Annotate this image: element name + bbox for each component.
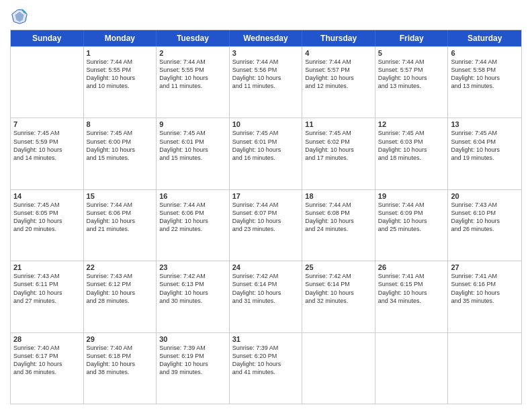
cell-info: Sunrise: 7:42 AM Sunset: 6:14 PM Dayligh…: [232, 272, 300, 305]
day-cell-19: 19Sunrise: 7:44 AM Sunset: 6:09 PM Dayli…: [375, 190, 449, 261]
day-number: 29: [87, 335, 154, 343]
day-number: 24: [232, 263, 300, 271]
day-cell-29: 29Sunrise: 7:40 AM Sunset: 6:18 PM Dayli…: [84, 333, 157, 404]
cell-info: Sunrise: 7:45 AM Sunset: 6:00 PM Dayligh…: [87, 129, 154, 162]
header-day-tuesday: Tuesday: [157, 30, 230, 46]
day-number: 7: [13, 120, 81, 128]
day-cell-28: 28Sunrise: 7:40 AM Sunset: 6:17 PM Dayli…: [11, 333, 84, 404]
day-cell-4: 4Sunrise: 7:44 AM Sunset: 5:57 PM Daylig…: [302, 47, 375, 118]
day-cell-7: 7Sunrise: 7:45 AM Sunset: 5:59 PM Daylig…: [11, 118, 84, 189]
cell-info: Sunrise: 7:44 AM Sunset: 6:07 PM Dayligh…: [232, 201, 300, 234]
cell-info: Sunrise: 7:44 AM Sunset: 5:57 PM Dayligh…: [305, 58, 372, 91]
calendar-body: 1Sunrise: 7:44 AM Sunset: 5:55 PM Daylig…: [11, 46, 521, 404]
day-number: 15: [87, 192, 154, 200]
day-number: 27: [451, 263, 519, 271]
day-cell-11: 11Sunrise: 7:45 AM Sunset: 6:02 PM Dayli…: [302, 118, 375, 189]
day-number: 2: [159, 49, 226, 57]
day-number: 6: [451, 49, 519, 57]
cell-info: Sunrise: 7:44 AM Sunset: 6:06 PM Dayligh…: [159, 201, 226, 234]
day-number: 4: [305, 49, 372, 57]
cell-info: Sunrise: 7:44 AM Sunset: 5:56 PM Dayligh…: [232, 58, 300, 91]
day-cell-13: 13Sunrise: 7:45 AM Sunset: 6:04 PM Dayli…: [448, 118, 521, 189]
day-cell-22: 22Sunrise: 7:43 AM Sunset: 6:12 PM Dayli…: [84, 261, 157, 332]
day-number: 5: [378, 49, 445, 57]
cell-info: Sunrise: 7:43 AM Sunset: 6:10 PM Dayligh…: [451, 201, 519, 234]
day-cell-24: 24Sunrise: 7:42 AM Sunset: 6:14 PM Dayli…: [230, 261, 303, 332]
cell-info: Sunrise: 7:45 AM Sunset: 6:05 PM Dayligh…: [13, 201, 81, 234]
cell-info: Sunrise: 7:45 AM Sunset: 6:04 PM Dayligh…: [451, 129, 519, 162]
cell-info: Sunrise: 7:45 AM Sunset: 6:01 PM Dayligh…: [232, 129, 300, 162]
cell-info: Sunrise: 7:41 AM Sunset: 6:16 PM Dayligh…: [451, 272, 519, 305]
calendar-header-row: SundayMondayTuesdayWednesdayThursdayFrid…: [11, 30, 521, 46]
day-cell-6: 6Sunrise: 7:44 AM Sunset: 5:58 PM Daylig…: [448, 47, 521, 118]
day-cell-8: 8Sunrise: 7:45 AM Sunset: 6:00 PM Daylig…: [84, 118, 157, 189]
header-day-saturday: Saturday: [448, 30, 521, 46]
calendar-week-2: 14Sunrise: 7:45 AM Sunset: 6:05 PM Dayli…: [11, 189, 521, 261]
day-number: 17: [232, 192, 300, 200]
day-number: 13: [451, 120, 519, 128]
cell-info: Sunrise: 7:41 AM Sunset: 6:15 PM Dayligh…: [378, 272, 445, 305]
day-cell-25: 25Sunrise: 7:42 AM Sunset: 6:14 PM Dayli…: [302, 261, 375, 332]
empty-cell: [448, 333, 521, 404]
day-cell-20: 20Sunrise: 7:43 AM Sunset: 6:10 PM Dayli…: [448, 190, 521, 261]
cell-info: Sunrise: 7:44 AM Sunset: 6:06 PM Dayligh…: [87, 201, 154, 234]
day-number: 19: [378, 192, 445, 200]
day-number: 22: [87, 263, 154, 271]
day-number: 23: [159, 263, 226, 271]
day-number: 11: [305, 120, 372, 128]
day-cell-3: 3Sunrise: 7:44 AM Sunset: 5:56 PM Daylig…: [230, 47, 303, 118]
header-day-friday: Friday: [375, 30, 449, 46]
day-number: 12: [378, 120, 445, 128]
cell-info: Sunrise: 7:45 AM Sunset: 6:01 PM Dayligh…: [159, 129, 226, 162]
day-number: 26: [378, 263, 445, 271]
day-cell-9: 9Sunrise: 7:45 AM Sunset: 6:01 PM Daylig…: [157, 118, 230, 189]
day-cell-23: 23Sunrise: 7:42 AM Sunset: 6:13 PM Dayli…: [157, 261, 230, 332]
day-cell-17: 17Sunrise: 7:44 AM Sunset: 6:07 PM Dayli…: [230, 190, 303, 261]
day-cell-27: 27Sunrise: 7:41 AM Sunset: 6:16 PM Dayli…: [448, 261, 521, 332]
day-number: 9: [159, 120, 226, 128]
cell-info: Sunrise: 7:39 AM Sunset: 6:20 PM Dayligh…: [232, 344, 300, 377]
day-number: 14: [13, 192, 81, 200]
header-day-sunday: Sunday: [11, 30, 84, 46]
calendar-week-1: 7Sunrise: 7:45 AM Sunset: 5:59 PM Daylig…: [11, 118, 521, 189]
day-number: 30: [159, 335, 226, 343]
day-number: 3: [232, 49, 300, 57]
day-number: 20: [451, 192, 519, 200]
day-cell-30: 30Sunrise: 7:39 AM Sunset: 6:19 PM Dayli…: [157, 333, 230, 404]
day-number: 31: [232, 335, 300, 343]
calendar-grid: SundayMondayTuesdayWednesdayThursdayFrid…: [10, 30, 522, 404]
header-day-wednesday: Wednesday: [230, 30, 303, 46]
cell-info: Sunrise: 7:44 AM Sunset: 5:55 PM Dayligh…: [87, 58, 154, 91]
day-cell-10: 10Sunrise: 7:45 AM Sunset: 6:01 PM Dayli…: [230, 118, 303, 189]
cell-info: Sunrise: 7:42 AM Sunset: 6:13 PM Dayligh…: [159, 272, 226, 305]
day-number: 10: [232, 120, 300, 128]
day-cell-16: 16Sunrise: 7:44 AM Sunset: 6:06 PM Dayli…: [157, 190, 230, 261]
day-cell-26: 26Sunrise: 7:41 AM Sunset: 6:15 PM Dayli…: [375, 261, 449, 332]
day-cell-1: 1Sunrise: 7:44 AM Sunset: 5:55 PM Daylig…: [84, 47, 157, 118]
cell-info: Sunrise: 7:45 AM Sunset: 6:02 PM Dayligh…: [305, 129, 372, 162]
day-number: 16: [159, 192, 226, 200]
cell-info: Sunrise: 7:40 AM Sunset: 6:17 PM Dayligh…: [13, 344, 81, 377]
day-number: 18: [305, 192, 372, 200]
cell-info: Sunrise: 7:44 AM Sunset: 5:57 PM Dayligh…: [378, 58, 445, 91]
cell-info: Sunrise: 7:44 AM Sunset: 5:58 PM Dayligh…: [451, 58, 519, 91]
empty-cell: [302, 333, 375, 404]
cell-info: Sunrise: 7:45 AM Sunset: 6:03 PM Dayligh…: [378, 129, 445, 162]
day-number: 21: [13, 263, 81, 271]
day-cell-2: 2Sunrise: 7:44 AM Sunset: 5:55 PM Daylig…: [157, 47, 230, 118]
cell-info: Sunrise: 7:44 AM Sunset: 5:55 PM Dayligh…: [159, 58, 226, 91]
cell-info: Sunrise: 7:44 AM Sunset: 6:08 PM Dayligh…: [305, 201, 372, 234]
calendar-week-4: 28Sunrise: 7:40 AM Sunset: 6:17 PM Dayli…: [11, 332, 521, 404]
empty-cell: [11, 47, 84, 118]
calendar-page: SundayMondayTuesdayWednesdayThursdayFrid…: [0, 0, 532, 411]
calendar-week-0: 1Sunrise: 7:44 AM Sunset: 5:55 PM Daylig…: [11, 46, 521, 118]
day-number: 8: [87, 120, 154, 128]
header: [10, 7, 522, 26]
cell-info: Sunrise: 7:43 AM Sunset: 6:12 PM Dayligh…: [87, 272, 154, 305]
logo: [10, 7, 32, 26]
day-number: 25: [305, 263, 372, 271]
empty-cell: [375, 333, 449, 404]
header-day-monday: Monday: [84, 30, 157, 46]
cell-info: Sunrise: 7:45 AM Sunset: 5:59 PM Dayligh…: [13, 129, 81, 162]
day-cell-5: 5Sunrise: 7:44 AM Sunset: 5:57 PM Daylig…: [375, 47, 449, 118]
